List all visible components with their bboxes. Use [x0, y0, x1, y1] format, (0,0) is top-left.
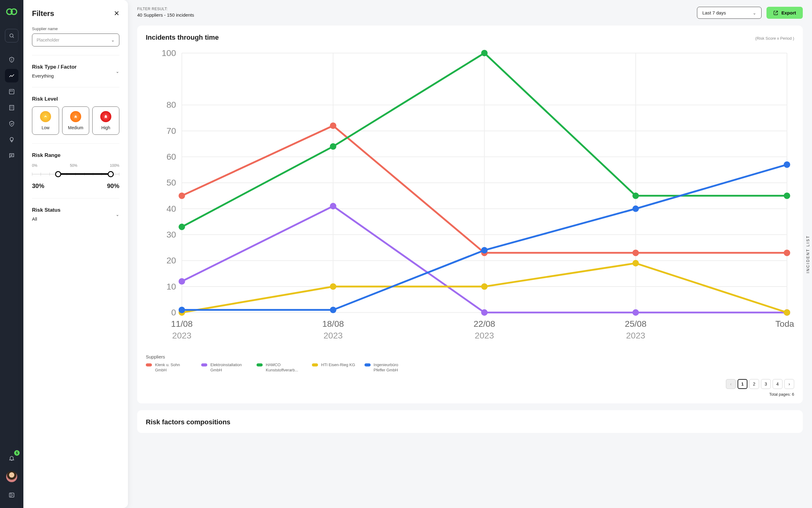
svg-point-60	[632, 309, 639, 316]
building-icon[interactable]	[5, 101, 18, 115]
svg-text:30: 30	[167, 230, 176, 239]
risk-level-high[interactable]: High	[92, 107, 119, 135]
svg-point-5	[10, 91, 11, 91]
chevron-down-icon: ⌄	[116, 212, 119, 217]
svg-point-71	[784, 309, 790, 316]
export-icon	[773, 10, 778, 15]
analytics-icon[interactable]	[5, 69, 18, 82]
notification-icon[interactable]: 5	[5, 451, 18, 465]
svg-rect-16	[9, 493, 14, 497]
page-2[interactable]: 2	[749, 379, 759, 389]
svg-point-70	[632, 260, 639, 266]
incidents-chart-card: Incidents through time (Risk Score x Per…	[137, 26, 803, 404]
risk-level-medium[interactable]: Medium	[62, 107, 89, 135]
page-next[interactable]: ›	[784, 379, 794, 389]
incident-list-tab[interactable]: INCIDENT LIST	[804, 232, 812, 276]
risk-status-section[interactable]: Risk Status All ⌄	[32, 207, 119, 221]
svg-text:20: 20	[167, 256, 176, 265]
period-select[interactable]: Last 7 days ⌄	[697, 7, 762, 19]
filters-panel: Filters ✕ Supplier name Placeholder ⌄ Ri…	[24, 0, 128, 508]
svg-text:0: 0	[171, 308, 176, 317]
svg-point-62	[179, 224, 185, 230]
range-handle-high[interactable]	[108, 171, 114, 177]
chevron-down-icon: ⌄	[116, 69, 119, 74]
filters-title: Filters	[32, 9, 54, 18]
page-4[interactable]: 4	[773, 379, 782, 389]
svg-text:Today: Today	[775, 319, 794, 329]
svg-point-57	[179, 278, 185, 285]
shield-check-icon[interactable]	[5, 117, 18, 130]
supplier-name-label: Supplier name	[32, 27, 119, 31]
lightbulb-icon[interactable]	[5, 133, 18, 146]
svg-text:70: 70	[167, 126, 176, 136]
risk-factors-card: Risk factors compositions	[137, 410, 803, 433]
period-value: Last 7 days	[702, 10, 726, 15]
svg-point-55	[632, 250, 639, 256]
level-low-icon	[40, 111, 51, 122]
legend-item[interactable]: HTI Eisen-Rieg KG	[312, 363, 355, 373]
risk-type-value: Everything	[32, 73, 77, 79]
level-med-icon	[70, 111, 81, 122]
svg-text:10: 10	[167, 282, 176, 291]
search-icon[interactable]	[5, 29, 18, 42]
filter-result-label: FILTER RESULT:	[137, 7, 194, 11]
risk-factors-title: Risk factors compositions	[146, 418, 794, 426]
filter-result-text: 40 Suppliers - 150 incidents	[137, 12, 194, 17]
notification-badge: 5	[14, 450, 20, 456]
svg-point-69	[481, 283, 488, 290]
svg-point-6	[12, 91, 13, 91]
page-3[interactable]: 3	[761, 379, 771, 389]
svg-point-75	[632, 206, 639, 212]
svg-point-56	[784, 250, 790, 256]
range-scale-min: 0%	[32, 163, 37, 168]
risk-status-value: All	[32, 216, 60, 221]
risk-type-section[interactable]: Risk Type / Factor Everything ⌄	[32, 64, 119, 79]
main-content: FILTER RESULT: 40 Suppliers - 150 incide…	[128, 0, 812, 508]
logo	[6, 6, 17, 17]
range-handle-low[interactable]	[55, 171, 61, 177]
svg-text:100: 100	[162, 48, 176, 58]
panel-expand-icon[interactable]	[5, 488, 18, 502]
svg-point-0	[10, 34, 13, 37]
page-prev[interactable]: ‹	[726, 379, 736, 389]
svg-text:80: 80	[167, 100, 176, 110]
svg-point-72	[179, 307, 185, 313]
svg-rect-7	[9, 105, 13, 110]
risk-level-low[interactable]: Low	[32, 107, 59, 135]
range-value-high: 90%	[107, 182, 119, 189]
shield-alert-icon[interactable]	[5, 53, 18, 67]
nav-rail: 5	[0, 0, 24, 508]
level-high-label: High	[101, 125, 110, 130]
chat-icon[interactable]	[5, 149, 18, 163]
grid-icon[interactable]	[5, 85, 18, 98]
legend-item[interactable]: Elektroinstallation GmbH	[201, 363, 247, 373]
chart-note: (Risk Score x Period )	[755, 36, 794, 41]
page-1[interactable]: 1	[737, 379, 748, 389]
level-med-label: Medium	[68, 125, 83, 130]
total-pages: Total pages: 6	[146, 392, 794, 396]
svg-text:22/08: 22/08	[473, 319, 495, 329]
close-icon[interactable]: ✕	[114, 9, 119, 17]
legend-item[interactable]: Klenk u. Sohn GmbH	[146, 363, 192, 373]
svg-text:25/08: 25/08	[625, 319, 646, 329]
range-scale-mid: 50%	[70, 163, 77, 168]
risk-range-title: Risk Range	[32, 152, 119, 159]
level-high-icon	[100, 111, 111, 122]
risk-level-title: Risk Level	[32, 96, 119, 102]
svg-point-74	[481, 247, 488, 254]
export-button[interactable]: Export	[766, 7, 803, 19]
risk-type-title: Risk Type / Factor	[32, 64, 77, 70]
supplier-name-select[interactable]: Placeholder ⌄	[32, 34, 119, 46]
legend-item[interactable]: Ingenieurbüro Pfeffer GmbH	[364, 363, 411, 373]
svg-line-1	[13, 37, 13, 38]
legend-item[interactable]: HAMCO Kunststoffverarb...	[257, 363, 303, 373]
svg-text:2023: 2023	[475, 331, 494, 340]
range-slider[interactable]	[32, 170, 119, 179]
range-scale-max: 100%	[110, 163, 119, 168]
svg-text:18/08: 18/08	[322, 319, 344, 329]
svg-point-58	[330, 203, 336, 209]
chevron-down-icon: ⌄	[111, 38, 115, 42]
svg-text:40: 40	[167, 204, 176, 214]
svg-text:2023: 2023	[626, 331, 645, 340]
avatar[interactable]	[6, 471, 17, 482]
